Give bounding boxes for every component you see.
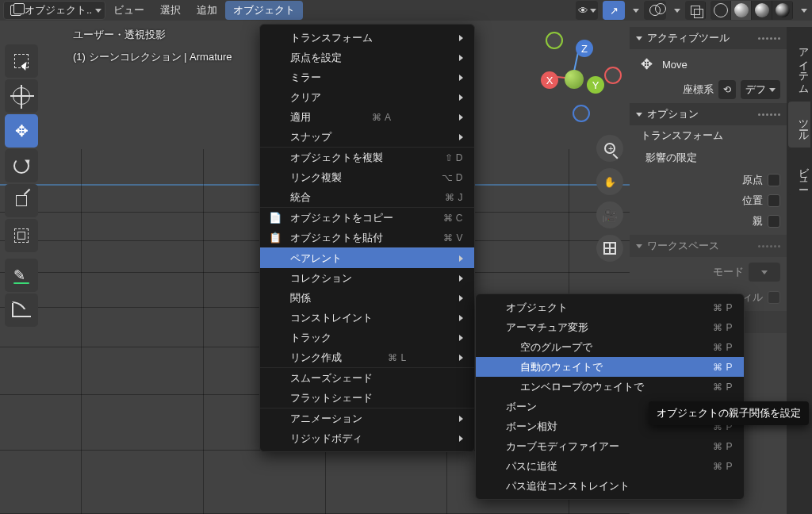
axis-center[interactable] — [565, 70, 584, 89]
perspective-button[interactable] — [596, 235, 623, 262]
menu-item[interactable]: リジッドボディ — [260, 428, 474, 448]
menu-item[interactable]: スムーズシェード — [260, 367, 474, 388]
panel-active-tool-head[interactable]: アクティブツール — [630, 27, 787, 49]
tool-transform[interactable] — [5, 219, 38, 252]
gizmo-toggle[interactable]: ↗ — [603, 1, 625, 20]
visibility-button[interactable]: 👁 — [576, 1, 598, 20]
menu-item[interactable]: 📋オブジェクトを貼付⌘ V — [260, 228, 474, 247]
menu-item[interactable]: 適用⌘ A — [260, 107, 474, 127]
panel-workspace-head[interactable]: ワークスペース — [630, 235, 787, 257]
tool-scale[interactable] — [5, 184, 38, 217]
navigation-gizmo[interactable]: Y X Z — [527, 32, 622, 127]
axis-neg-y[interactable] — [546, 32, 563, 49]
object-menu: トランスフォーム原点を設定ミラークリア適用⌘ Aスナップオブジェクトを複製⇧ D… — [259, 24, 475, 452]
menu-item[interactable]: 📄オブジェクトをコピー⌘ C — [260, 207, 474, 228]
xray-button[interactable] — [685, 1, 706, 20]
menu-item[interactable]: アーマチュア変形⌘ P — [476, 317, 744, 337]
menu-item[interactable]: 自動のウェイトで⌘ P — [476, 357, 744, 377]
tab-ツール[interactable]: ツール — [788, 102, 810, 148]
axis-z[interactable]: Z — [576, 40, 593, 57]
orientation-select[interactable]: デフ — [741, 80, 780, 99]
panel-title: トランスフォーム — [641, 128, 723, 143]
panel-options-head[interactable]: オプション — [630, 103, 787, 125]
menu-選択[interactable]: 選択 — [152, 1, 189, 20]
tool-annotate[interactable]: ✎ — [5, 259, 38, 292]
chevron-down-icon[interactable] — [674, 9, 680, 13]
menu-item[interactable]: 統合⌘ J — [260, 187, 474, 207]
menu-追加[interactable]: 追加 — [189, 1, 225, 20]
submenu-arrow-icon — [459, 114, 463, 121]
zoom-button[interactable]: + — [596, 135, 623, 162]
shade-solid[interactable] — [731, 1, 752, 20]
chevron-down-icon[interactable] — [633, 9, 639, 13]
tool-cursor[interactable] — [5, 79, 38, 113]
axis-x[interactable]: X — [541, 71, 558, 89]
menu-item[interactable]: パス追従コンストレイント — [476, 476, 744, 496]
tool-rotate[interactable] — [5, 149, 38, 182]
tool-select[interactable] — [5, 44, 38, 78]
affect-row: 位置 — [645, 190, 780, 211]
overlay-button[interactable] — [644, 1, 666, 20]
menu-item-label: ボーン — [506, 400, 537, 414]
menu-item[interactable]: スナップ — [260, 127, 474, 147]
menu-item[interactable]: コレクション — [260, 268, 474, 288]
axis-neg-z[interactable] — [573, 105, 590, 122]
overlay-line-2: (1) シーンコレクション | Armature — [73, 46, 232, 68]
camera-button[interactable]: 🎥 — [596, 201, 623, 228]
menu-item[interactable]: カーブモディファイアー⌘ P — [476, 436, 744, 456]
orientation-icon-button[interactable]: ⟲ — [718, 80, 736, 99]
menu-item[interactable]: 関係 — [260, 288, 474, 308]
submenu-arrow-icon — [459, 75, 463, 81]
menu-item-label: ペアレント — [290, 251, 342, 266]
menu-item-label: ボーン相対 — [506, 420, 557, 434]
menu-item[interactable]: リンク複製⌥ D — [260, 167, 474, 187]
shade-wireframe[interactable] — [710, 1, 731, 20]
menu-item[interactable]: トラック — [260, 328, 474, 347]
axis-y[interactable]: Y — [587, 76, 604, 94]
tab-アイテム[interactable]: アイテム — [788, 30, 810, 100]
mode-select[interactable] — [749, 263, 780, 282]
menu-item-label: 適用 — [290, 110, 311, 125]
menu-item-label: エンベロープのウェイトで — [520, 380, 644, 394]
menu-item-label: アニメーション — [290, 412, 362, 426]
fill-checkbox[interactable] — [768, 291, 780, 304]
axis-neg-x[interactable] — [604, 67, 622, 84]
menu-item[interactable]: ペアレント — [260, 247, 474, 268]
menu-item[interactable]: フラットシェード — [260, 388, 474, 408]
menu-item[interactable]: オブジェクト⌘ P — [476, 297, 744, 317]
menu-item[interactable]: トランスフォーム — [260, 28, 474, 48]
shade-render[interactable] — [772, 1, 793, 20]
select-box-icon — [14, 54, 29, 68]
move-icon: ✥ — [641, 56, 653, 73]
menu-item[interactable]: パスに追従⌘ P — [476, 456, 744, 476]
menu-ビュー[interactable]: ビュー — [105, 1, 152, 20]
menu-item[interactable]: クリア — [260, 87, 474, 107]
tool-name: Move — [662, 59, 688, 71]
shade-matcap[interactable] — [752, 1, 772, 20]
menu-item[interactable]: アニメーション — [260, 408, 474, 428]
menu-item[interactable]: オブジェクトを複製⇧ D — [260, 147, 474, 167]
tool-measure[interactable] — [5, 293, 38, 327]
tab-ビュー[interactable]: ビュー — [788, 149, 810, 195]
tool-move[interactable]: ✥ — [5, 114, 38, 148]
parent-submenu: オブジェクト⌘ Pアーマチュア変形⌘ P空のグループで⌘ P自動のウェイトで⌘ … — [475, 293, 745, 500]
affect-checkbox[interactable] — [768, 215, 780, 228]
panel-transform-head[interactable]: トランスフォーム — [636, 125, 787, 146]
submenu-arrow-icon — [459, 55, 463, 61]
affect-checkbox[interactable] — [768, 174, 780, 186]
menu-item[interactable]: 原点を設定 — [260, 48, 474, 67]
pan-button[interactable]: ✋ — [596, 168, 623, 195]
disclosure-icon — [636, 244, 642, 248]
chevron-down-icon[interactable] — [801, 9, 807, 13]
menu-item[interactable]: ミラー — [260, 67, 474, 87]
menu-オブジェクト[interactable]: オブジェクト — [225, 1, 303, 20]
sphere-solid-icon — [734, 3, 749, 17]
menu-item[interactable]: 空のグループで⌘ P — [476, 337, 744, 357]
menu-item-label: 空のグループで — [520, 340, 592, 355]
orientation-label: 座標系 — [683, 82, 714, 97]
menu-item[interactable]: リンク作成⌘ L — [260, 347, 474, 367]
mode-select[interactable]: オブジェクト.. — [3, 1, 105, 20]
menu-item[interactable]: エンベロープのウェイトで⌘ P — [476, 377, 744, 397]
menu-item[interactable]: コンストレイント — [260, 308, 474, 328]
affect-checkbox[interactable] — [768, 194, 780, 207]
